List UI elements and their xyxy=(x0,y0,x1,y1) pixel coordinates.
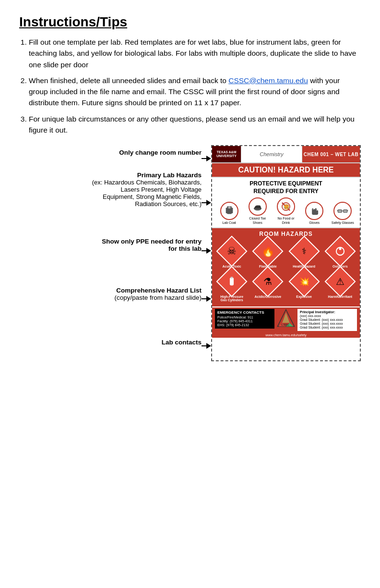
annotation-complist-bold: Comprehensive Hazard List xyxy=(114,287,202,294)
ppe-gloves-label: Gloves xyxy=(309,221,320,225)
annotation-room-number: Only change room number xyxy=(19,145,202,172)
cssc-email-link[interactable]: CSSC@chem.tamu.edu xyxy=(228,76,308,85)
emergency-line-2: Facility: (979) 845-4311 xyxy=(217,319,272,323)
caution-banner: CAUTION! HAZARD HERE xyxy=(212,163,360,178)
ppe-glasses: Safety Glasses xyxy=(330,202,356,225)
hazard-health: ⚕ Health Hazard xyxy=(287,240,321,268)
svg-rect-2 xyxy=(231,208,233,213)
room-hazards-section: ROOM HAZARDS ☠ Acute Toxic 🔥 Flammable xyxy=(212,228,360,306)
ppe-coat: Lab Coat xyxy=(216,202,242,225)
annotation-ppe-label: Show only PPE needed for entryfor this l… xyxy=(102,238,202,252)
sign-website: www.chem.tamu.edu/safety xyxy=(212,332,360,338)
hazard-acute-toxic: ☠ Acute Toxic xyxy=(215,240,249,268)
sign-dept: Chemistry xyxy=(241,146,302,162)
emergency-section: EMERGENCY CONTACTS Police/Fire/Medical: … xyxy=(212,306,360,332)
annotations-column: Only change room number Primary Lab Haza… xyxy=(19,145,202,361)
instruction-1: Fill out one template per lab. Red templ… xyxy=(29,37,361,70)
pi-phone: (xxx) xxx-xxxx xyxy=(300,314,355,318)
arrow-4 xyxy=(202,268,211,330)
ppe-section: PROTECTIVE EQUIPMENT REQUIRED FOR ENTRY … xyxy=(212,178,360,228)
arrow-2 xyxy=(202,172,211,234)
svg-text:CSSC: CSSC xyxy=(281,323,289,326)
annotation-ppe: Show only PPE needed for entryfor this l… xyxy=(19,234,202,268)
svg-rect-8 xyxy=(338,209,342,212)
instruction-2: When finished, delete all unneeded slide… xyxy=(29,75,361,109)
arrow-1 xyxy=(202,145,211,172)
ppe-no-food-label: No Food orDrink xyxy=(277,217,294,225)
arrow-3 xyxy=(202,234,211,268)
sign-header: TEXAS A&M UNIVERSITY Chemistry CHEM 001 … xyxy=(212,146,360,163)
ppe-icons-row: Lab Coat Closed ToeShoes xyxy=(215,197,357,225)
annotation-hazards-label: Primary Lab Hazards (ex: Hazardous Chemi… xyxy=(92,172,202,208)
ppe-coat-label: Lab Coat xyxy=(222,221,236,225)
grad-3: Grad Student: (xxx) xxx-xxxx xyxy=(300,326,355,329)
annotation-contacts-label: Lab contacts xyxy=(162,339,202,346)
svg-rect-16 xyxy=(231,277,233,278)
annotation-primary-hazards: Primary Lab Hazards (ex: Hazardous Chemi… xyxy=(19,172,202,234)
svg-rect-9 xyxy=(344,209,347,212)
annotation-room-label: Only change room number xyxy=(119,149,202,156)
cssc-logo: CSSC xyxy=(277,309,295,327)
grad-1: Grad Student: (xxx) xxx-xxxx xyxy=(300,318,355,321)
hazard-corrosive: ⚗ Acidic/Corrosive xyxy=(251,270,285,302)
room-hazards-title: ROOM HAZARDS xyxy=(215,231,357,237)
contacts-box: Principal Investigator: (xxx) xxx-xxxx G… xyxy=(297,309,357,331)
ppe-gloves-icon xyxy=(305,202,323,220)
ppe-shoes: Closed ToeShoes xyxy=(244,197,271,225)
instruction-3: For unique lab circumstances or any othe… xyxy=(29,113,361,136)
sign-logo: TEXAS A&M UNIVERSITY xyxy=(212,146,241,162)
annotation-complist-label: Comprehensive Hazard List (copy/paste fr… xyxy=(114,287,202,301)
ppe-title: PROTECTIVE EQUIPMENT REQUIRED FOR ENTRY xyxy=(215,180,357,195)
grad-2: Grad Student: (xxx) xxx-xxxx xyxy=(300,322,355,325)
hazard-oxidizers: Oxidizers xyxy=(323,240,357,268)
hazard-grid-row1: ☠ Acute Toxic 🔥 Flammable ⚕ Health Hazar… xyxy=(215,240,357,268)
hazard-gas-cylinders: High-PressureGas Cylinders xyxy=(215,270,249,302)
pi-title: Principal Investigator: xyxy=(300,310,355,314)
emergency-title: EMERGENCY CONTACTS xyxy=(217,310,272,315)
sign-room: CHEM 001 – WET LAB xyxy=(302,146,360,162)
emergency-contacts-box: EMERGENCY CONTACTS Police/Fire/Medical: … xyxy=(215,309,274,329)
emergency-line-1: Police/Fire/Medical: 911 xyxy=(217,316,272,319)
annotation-complist-sub: (copy/paste from hazard slide) xyxy=(114,294,202,301)
ppe-coat-icon xyxy=(220,202,238,220)
svg-point-14 xyxy=(339,248,341,250)
svg-text:🍔: 🍔 xyxy=(284,204,290,210)
sign-mockup: TEXAS A&M UNIVERSITY Chemistry CHEM 001 … xyxy=(211,145,361,361)
svg-rect-3 xyxy=(228,206,230,208)
annotation-hazards-bold: Primary Lab Hazards xyxy=(92,172,202,179)
hazard-explosive: 💥 Explosive xyxy=(287,270,321,302)
ppe-shoes-label: Closed ToeShoes xyxy=(249,217,266,225)
svg-rect-15 xyxy=(230,278,234,285)
logo-text: TEXAS A&M UNIVERSITY xyxy=(214,150,239,159)
svg-rect-1 xyxy=(226,208,227,213)
hazard-grid-row2: High-PressureGas Cylinders ⚗ Acidic/Corr… xyxy=(215,270,357,302)
emergency-line-3: EHS: (979) 845-2132 xyxy=(217,323,272,327)
ppe-glasses-label: Safety Glasses xyxy=(332,221,354,225)
arrow-5 xyxy=(202,330,211,361)
annotation-hazard-list: Comprehensive Hazard List (copy/paste fr… xyxy=(19,268,202,330)
ppe-no-food: 🍔 No Food orDrink xyxy=(273,197,299,225)
annotation-hazards-sub: (ex: Hazardous Chemicals, Biohazards,Las… xyxy=(92,179,202,208)
arrows-column xyxy=(202,145,211,361)
ppe-gloves: Gloves xyxy=(301,202,328,225)
instructions-list: Fill out one template per lab. Red templ… xyxy=(29,37,361,135)
annotation-lab-contacts: Lab contacts xyxy=(19,330,202,361)
ppe-no-food-icon: 🍔 xyxy=(277,197,295,216)
hazard-irritant: ⚠ Harmful/Irritant xyxy=(323,270,357,302)
instruction-2-before: When finished, delete all unneeded slide… xyxy=(29,76,228,85)
diagram-area: Only change room number Primary Lab Haza… xyxy=(19,145,361,361)
ppe-shoes-icon xyxy=(249,197,267,216)
ppe-glasses-icon xyxy=(333,202,352,220)
page-title: Instructions/Tips xyxy=(19,14,361,30)
hazard-flammable: 🔥 Flammable xyxy=(251,240,285,268)
